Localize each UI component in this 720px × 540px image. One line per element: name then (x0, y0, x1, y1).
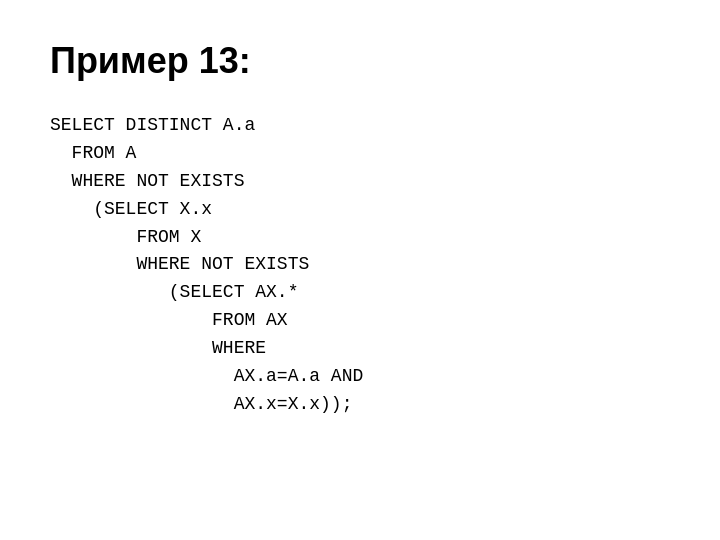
code-block: SELECT DISTINCT A.a FROM A WHERE NOT EXI… (50, 112, 670, 419)
page-container: Пример 13: SELECT DISTINCT A.a FROM A WH… (0, 0, 720, 540)
page-title: Пример 13: (50, 40, 670, 82)
